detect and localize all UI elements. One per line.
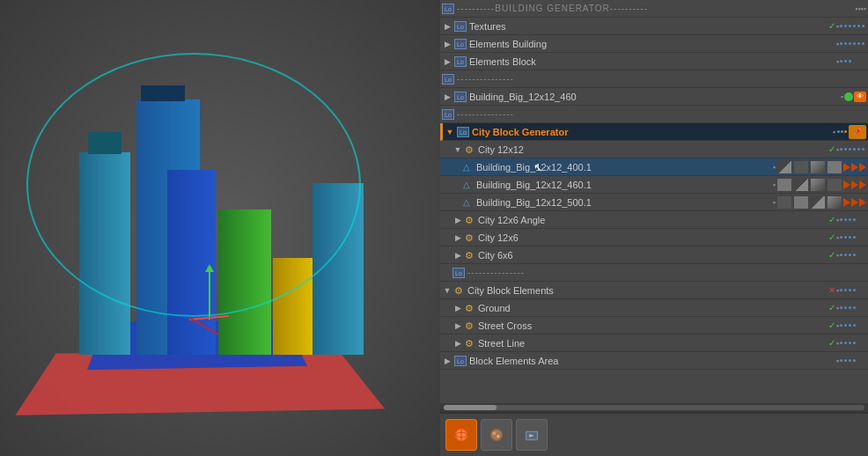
row-city-block-gen[interactable]: ▼ Lo City Block Generator ▪ 📌 [440, 123, 868, 141]
row-city-12x6[interactable]: ▶ ⚙ City 12x6 ✓ ▪ [440, 229, 868, 246]
vis-6x6: ✓ [828, 250, 835, 260]
dots-ground [840, 306, 866, 309]
building-1-top [88, 132, 121, 154]
btn-material[interactable] [481, 419, 512, 451]
dots-textures [840, 25, 866, 27]
dots-elem-bldg [840, 42, 866, 45]
icon-gear-angle: ⚙ [465, 215, 475, 225]
icon-lo-header: Lo [442, 4, 454, 14]
arrow-460-a [843, 180, 850, 189]
expand-city-12x6[interactable]: ▶ [452, 232, 463, 243]
expand-cbe[interactable]: ▼ [442, 285, 452, 296]
arrow-460-b [851, 180, 858, 189]
expand-city-12x12[interactable]: ▼ [452, 144, 463, 155]
row-ground[interactable]: ▶ ⚙ Ground ✓ ▪ [440, 299, 868, 317]
label-sep2: --------------- [457, 109, 866, 119]
label-ground: Ground [478, 303, 699, 313]
mat-thumbs-460 [776, 178, 842, 192]
btn-object-mode[interactable] [445, 419, 477, 451]
label-bldg-400: Building_Big_12x12_400.1 [476, 162, 699, 173]
row-street-cross[interactable]: ▶ ⚙ Street Cross ✓ ▪ [440, 317, 868, 335]
label-city-block-elements: City Block Elements [467, 285, 699, 296]
icon-tri-460: △ [463, 180, 474, 190]
material-icon [487, 425, 506, 445]
row-sep1: Lo --------------- [440, 70, 868, 88]
expand-street-cross[interactable]: ▶ [452, 320, 463, 331]
icon-lo-bldg460: Lo [454, 92, 467, 102]
expand-elements-block[interactable]: ▶ [442, 56, 452, 67]
render-icon [522, 425, 541, 445]
row-street-line[interactable]: ▶ ⚙ Street Line ✓ ▪ [440, 335, 868, 352]
label-bldg-460-1: Building_Big_12x12_460.1 [476, 180, 699, 190]
row-building-big-460[interactable]: ▶ Lo Building_Big_12x12_460 ▪ 👁 [440, 88, 868, 106]
vis-c12x12: ✓ [828, 144, 835, 154]
arrow-500-a [843, 198, 850, 207]
icon-lo-elem-bldg: Lo [454, 39, 467, 49]
dots-sl [840, 342, 866, 344]
icon-gear-6x6: ⚙ [465, 250, 475, 261]
arrow-400-b [851, 163, 858, 172]
mat-thumbs-500 [776, 195, 842, 210]
icon-gear-cbe: ⚙ [454, 285, 465, 296]
row-city-12x12[interactable]: ▼ ⚙ City 12x12 ✓ ▪ [440, 141, 868, 158]
hscroll-track [444, 405, 864, 410]
expand-city-12x6-angle[interactable]: ▶ [452, 215, 463, 225]
viewport-3d[interactable] [0, 0, 440, 456]
icon-lo-sep2: Lo [442, 109, 454, 120]
expand-ground[interactable]: ▶ [452, 303, 463, 313]
label-city-block-gen: City Block Generator [472, 127, 699, 137]
icon-lo-sep3: Lo [452, 268, 465, 278]
panel-scroll[interactable]: Lo ----------BUILDING GENERATOR---------… [440, 0, 868, 403]
row-city-6x6[interactable]: ▶ ⚙ City 6x6 ✓ ▪ [440, 246, 868, 264]
svg-point-5 [497, 435, 500, 438]
label-building-big-460: Building_Big_12x12_460 [469, 92, 699, 102]
row-building-gen-header: Lo ----------BUILDING GENERATOR---------… [440, 0, 868, 18]
label-elements-building: Elements Building [469, 39, 699, 49]
label-sep3: --------------- [467, 268, 866, 277]
expand-city-6x6[interactable]: ▶ [452, 250, 463, 261]
row-elements-block[interactable]: ▶ Lo Elements Block ▪ [440, 53, 868, 70]
row-sep3: Lo --------------- [440, 264, 868, 282]
dots-bea [840, 359, 866, 362]
label-city-6x6: City 6x6 [478, 250, 699, 261]
building-4-green [218, 210, 271, 355]
dots-sc [840, 324, 866, 327]
row-block-elements-area[interactable]: ▶ Lo Block Elements Area ▪ [440, 352, 868, 370]
label-city-12x6-angle: City 12x6 Angle [478, 215, 699, 225]
hscroll-thumb[interactable] [444, 405, 497, 410]
vis-ground: ✓ [828, 303, 835, 313]
expand-elements-building[interactable]: ▶ [442, 39, 452, 49]
icon-lo-cbg: Lo [457, 127, 469, 137]
row-bldg-500[interactable]: △ Building_Big_12x12_500.1 ▪ [440, 194, 868, 211]
arrow-400-c [859, 163, 866, 172]
label-elements-block: Elements Block [469, 56, 699, 67]
icon-gear-sl: ⚙ [465, 338, 475, 349]
arrow-500-c [859, 198, 866, 207]
expand-city-block-gen[interactable]: ▼ [445, 127, 455, 137]
icon-tri-500: △ [463, 197, 474, 208]
row-elements-building[interactable]: ▶ Lo Elements Building ▪ [440, 35, 868, 53]
row-textures[interactable]: ▶ Lo Textures ✓ ▪ [440, 18, 868, 35]
icon-gear-sc: ⚙ [465, 320, 475, 331]
expand-street-line[interactable]: ▶ [452, 338, 463, 349]
label-city-12x12: City 12x12 [478, 144, 699, 155]
row-city-block-elements[interactable]: ▼ ⚙ City Block Elements ✕ ▪ [440, 282, 868, 299]
btn-render[interactable] [516, 419, 548, 451]
dots-cbg [837, 130, 847, 133]
expand-textures[interactable]: ▶ [442, 21, 452, 32]
icon-lo-textures: Lo [454, 21, 467, 32]
vis-12x6: ✓ [828, 232, 835, 242]
row-bldg-400[interactable]: △ Building_Big_12x12_400.1 ↖ ▪ [440, 158, 868, 176]
expand-bea[interactable]: ▶ [442, 356, 452, 366]
row-city-12x6-angle[interactable]: ▶ ⚙ City 12x6 Angle ✓ ▪ [440, 211, 868, 229]
row-bldg-460-1[interactable]: △ Building_Big_12x12_460.1 ▪ [440, 176, 868, 194]
row-sep2: Lo --------------- [440, 106, 868, 123]
label-street-line: Street Line [478, 338, 699, 349]
horizontal-scrollbar[interactable] [440, 403, 868, 412]
expand-building-big[interactable]: ▶ [442, 92, 452, 102]
icon-lo-bea: Lo [454, 356, 467, 366]
icon-lo-elem-blk: Lo [454, 56, 467, 67]
label-block-elements-area: Block Elements Area [469, 356, 699, 366]
icon-gear-ground: ⚙ [465, 303, 475, 313]
dots-c12x12 [840, 148, 866, 151]
